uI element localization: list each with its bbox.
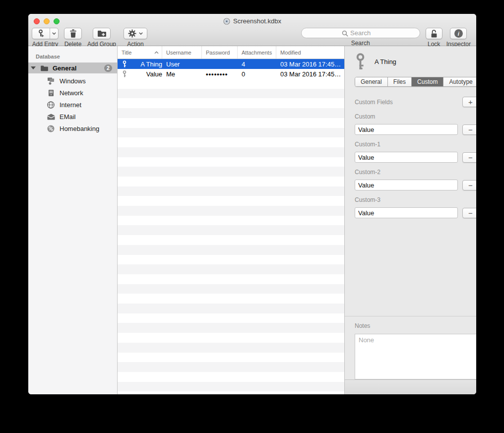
entry-modified: 03 Mar 2016 17:45… [276,61,344,68]
key-plus-icon[interactable] [32,28,50,39]
sidebar-item-label: Homebanking [60,125,99,132]
chevron-down-icon [52,32,56,35]
key-icon [122,61,127,67]
sidebar-item-label: Windows [60,77,86,85]
action-group: Action [124,28,147,48]
titlebar[interactable]: Screenshot.kdbx [28,14,476,28]
toolbar: Add Entry Delete [28,28,476,46]
globe-icon [47,101,55,109]
search-icon [342,30,348,37]
custom-fields-header: Custom Fields + [355,97,476,107]
entry-table: Title Username Password Attachments Modi… [118,46,345,394]
info-icon: i [454,29,463,38]
sidebar-item-label: Internet [60,101,81,109]
sidebar-item-email[interactable]: EMail [28,111,117,123]
search-input[interactable] [302,28,420,38]
tab-custom[interactable]: Custom [412,77,443,86]
remove-field-button[interactable]: − [462,208,476,218]
entry-modified: 03 Mar 2016 17:45… [276,70,344,78]
sidebar-header: Database [28,54,117,60]
sidebar-group-general[interactable]: General 2 [28,62,117,73]
window-title-area: Screenshot.kdbx [28,17,476,25]
windows-icon [47,77,55,85]
disclosure-triangle-icon[interactable] [31,66,36,69]
custom-field-group: Custom-1 − [355,141,476,163]
app-window: Screenshot.kdbx [28,14,476,394]
inspector-button[interactable]: i [450,28,467,39]
remove-field-button[interactable]: − [462,152,476,163]
field-value-input[interactable] [355,180,458,190]
custom-field-group: Custom-3 − [355,196,476,218]
table-header: Title Username Password Attachments Modi… [118,46,344,59]
lock-button[interactable] [426,28,442,39]
add-group-button[interactable] [93,28,111,39]
column-header-password[interactable]: Password [202,46,238,59]
custom-field-group: Custom-2 − [355,169,476,190]
search-group: Search [301,28,420,47]
field-value-input[interactable] [355,207,458,218]
column-header-username[interactable]: Username [162,46,202,59]
field-value-input[interactable] [355,124,458,135]
main-content: Database General 2 [28,46,476,394]
add-group-group: Add Group [87,28,116,48]
add-field-button[interactable]: + [462,97,476,107]
gear-icon [128,29,136,38]
document-icon [223,18,230,25]
window-chrome: Screenshot.kdbx [28,14,476,46]
entry-title: Value [146,70,162,78]
entry-attachments: 0 [238,70,276,78]
custom-field-group: Custom − [355,113,476,135]
percent-circle-icon [47,125,55,132]
delete-group: Delete [64,28,82,48]
tab-autotype[interactable]: Autotype [443,77,476,86]
add-entry-dropdown[interactable] [50,28,58,39]
tab-files[interactable]: Files [388,77,412,86]
inspector-group: i Inspector [446,28,471,48]
entry-attachments: 4 [238,61,276,68]
sidebar: Database General 2 [28,46,118,394]
table-row[interactable]: A Thing User 4 03 Mar 2016 17:45… [118,59,344,69]
key-icon [122,70,127,77]
add-entry-button[interactable] [32,28,59,39]
entry-title: A Thing [140,61,162,68]
entry-username: Me [162,70,202,78]
custom-fields-label: Custom Fields [355,99,393,106]
add-entry-group: Add Entry [32,28,59,48]
notes-textarea[interactable] [355,334,476,379]
column-header-title[interactable]: Title [118,46,162,59]
field-label: Custom-3 [355,196,476,203]
envelope-icon [47,114,55,120]
sort-ascending-icon [154,51,159,54]
entry-username: User [162,61,202,68]
field-label: Custom-1 [355,141,476,148]
table-row[interactable]: Value Me •••••••• 0 03 Mar 2016 17:45… [118,69,344,79]
field-value-input[interactable] [355,152,458,163]
sidebar-item-label: EMail [60,113,76,121]
notes-label: Notes [355,322,370,329]
remove-field-button[interactable]: − [462,124,476,135]
delete-button[interactable] [64,28,82,39]
tab-general[interactable]: General [355,77,388,86]
action-button[interactable] [124,28,147,39]
sidebar-item-windows[interactable]: Windows [28,75,117,87]
sidebar-item-network[interactable]: Network [28,87,117,99]
sidebar-item-internet[interactable]: Internet [28,99,117,111]
window-title: Screenshot.kdbx [233,17,281,25]
lock-group: Lock [426,28,442,48]
column-header-attachments[interactable]: Attachments [238,46,276,59]
column-header-modified[interactable]: Modified [276,46,344,59]
sidebar-item-homebanking[interactable]: Homebanking [28,123,117,134]
remove-field-button[interactable]: − [462,180,476,190]
entry-password: •••••••• [202,70,238,78]
sidebar-item-label: Network [60,89,83,97]
table-empty-rows[interactable] [118,79,344,394]
inspector-entry-title: A Thing [375,58,396,65]
inspector-footer [345,379,476,394]
notes-section: Notes [345,316,476,381]
entry-count-badge: 2 [104,64,112,72]
server-icon [47,89,55,97]
search-label: Search [351,40,370,47]
search-field[interactable] [301,28,420,38]
inspector-panel: A Thing General Files Custom Autotype Cu… [345,46,476,394]
trash-icon [69,29,77,38]
